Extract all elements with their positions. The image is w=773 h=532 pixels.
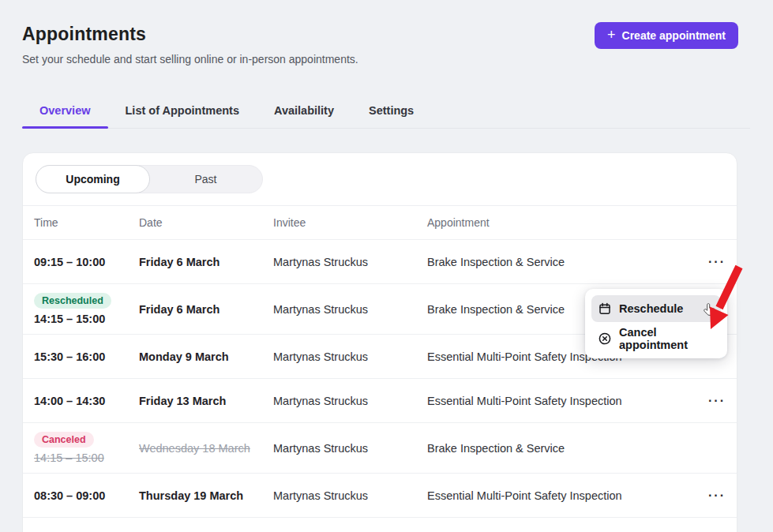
tab-availability[interactable]: Availability: [257, 96, 351, 128]
date-cell: Thursday 19 March: [139, 489, 273, 502]
appointment-cell: Essential Multi-Point Safety Inspection: [427, 489, 689, 502]
time-cell: Canceled 14:15 – 15:00: [34, 425, 139, 472]
appointment-cell: Essential Multi-Point Safety Inspection: [427, 395, 689, 407]
row-context-menu: Reschedule Cancel appointment: [585, 289, 727, 358]
table-row: Rescheduled ···: [23, 518, 737, 532]
cancel-circle-icon: [599, 332, 611, 345]
menu-item-cancel-appointment[interactable]: Cancel appointment: [591, 325, 721, 352]
column-header-invitee: Invitee: [273, 216, 427, 229]
column-header-time: Time: [34, 216, 139, 229]
invitee-cell: Martynas Struckus: [273, 303, 427, 316]
time-cell: Rescheduled: [34, 526, 139, 532]
time-range: 09:15 – 10:00: [34, 256, 105, 268]
time-cell: 15:30 – 16:00: [34, 343, 139, 370]
ellipsis-icon[interactable]: ···: [707, 392, 727, 410]
time-range: 14:00 – 14:30: [34, 395, 105, 407]
table-header-row: Time Date Invitee Appointment: [23, 206, 737, 240]
invitee-cell: Martynas Struckus: [273, 395, 427, 407]
ellipsis-icon[interactable]: ···: [707, 253, 727, 272]
tab-settings[interactable]: Settings: [351, 96, 431, 128]
invitee-cell: Martynas Struckus: [273, 442, 427, 455]
table-row: 14:00 – 14:30 Friday 13 March Martynas S…: [23, 379, 737, 423]
table-row: Canceled 14:15 – 15:00 Wednesday 18 Marc…: [23, 423, 737, 474]
create-appointment-label: Create appointment: [622, 29, 726, 42]
segment-past[interactable]: Past: [149, 166, 262, 193]
segmented-control-wrap: Upcoming Past: [23, 153, 737, 206]
date-cell: Friday 13 March: [139, 395, 273, 407]
appointment-cell: Brake Inspection & Service: [427, 442, 689, 455]
column-header-date: Date: [139, 216, 273, 229]
status-badge: Rescheduled: [34, 293, 111, 309]
tab-overview[interactable]: Overview: [22, 96, 108, 128]
segment-upcoming[interactable]: Upcoming: [36, 165, 150, 193]
invitee-cell: Martynas Struckus: [273, 256, 427, 268]
date-cell: Friday 6 March: [139, 256, 273, 268]
table-body: 09:15 – 10:00 Friday 6 March Martynas St…: [23, 240, 737, 532]
page-subtitle: Set your schedule and start selling onli…: [22, 53, 738, 66]
menu-item-reschedule[interactable]: Reschedule: [591, 295, 721, 322]
table-row: 08:30 – 09:00 Thursday 19 March Martynas…: [23, 474, 737, 518]
table-row: 09:15 – 10:00 Friday 6 March Martynas St…: [23, 240, 737, 284]
time-cell: Rescheduled 14:15 – 15:00: [34, 286, 139, 333]
time-cell: 08:30 – 09:00: [34, 482, 139, 509]
time-range: 15:30 – 16:00: [34, 350, 105, 363]
date-cell: Monday 9 March: [139, 350, 273, 363]
calendar-icon: [599, 302, 611, 315]
invitee-cell: Martynas Struckus: [273, 350, 427, 363]
time-range: 08:30 – 09:00: [34, 489, 105, 502]
menu-item-label: Reschedule: [619, 302, 683, 315]
menu-item-label: Cancel appointment: [619, 326, 714, 351]
tab-bar: Overview List of Appointments Availabili…: [22, 96, 750, 129]
time-range: 14:15 – 15:00: [34, 313, 105, 325]
appointment-cell: Brake Inspection & Service: [427, 256, 689, 268]
time-cell: 14:00 – 14:30: [34, 388, 139, 414]
invitee-cell: Martynas Struckus: [273, 489, 427, 502]
ellipsis-icon[interactable]: ···: [707, 486, 727, 505]
column-header-appointment: Appointment: [427, 216, 689, 229]
cursor-pointer-icon: [704, 302, 718, 318]
status-badge: Canceled: [34, 432, 94, 448]
time-cell: 09:15 – 10:00: [34, 249, 139, 275]
tab-list-of-appointments[interactable]: List of Appointments: [108, 96, 257, 128]
date-cell: Friday 6 March: [139, 303, 273, 316]
plus-icon: +: [607, 28, 616, 42]
upcoming-past-toggle: Upcoming Past: [36, 165, 263, 193]
date-cell: Wednesday 18 March: [139, 442, 273, 455]
create-appointment-button[interactable]: + Create appointment: [595, 22, 738, 49]
time-range: 14:15 – 15:00: [34, 451, 104, 464]
